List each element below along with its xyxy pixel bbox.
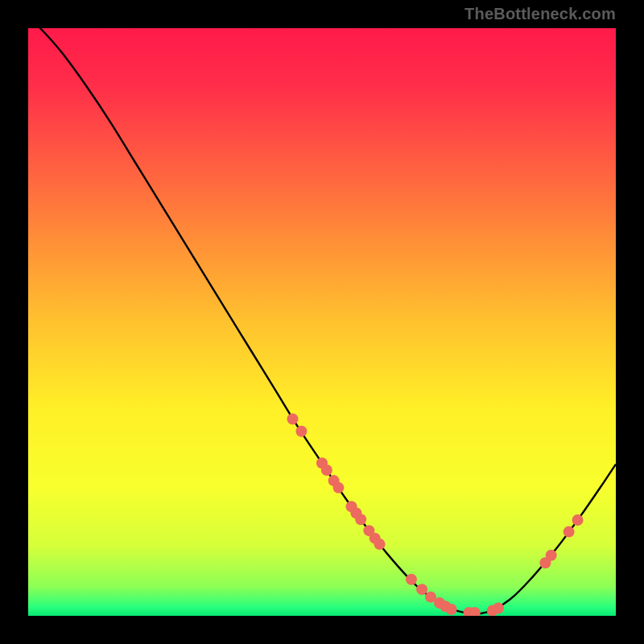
data-point <box>572 514 584 526</box>
data-point <box>564 526 575 538</box>
data-point <box>374 539 386 550</box>
data-point <box>406 574 417 585</box>
chart-svg <box>28 28 616 616</box>
data-point <box>446 604 457 615</box>
chart-frame: TheBottleneck.com <box>0 0 644 644</box>
data-point <box>321 464 332 476</box>
data-point <box>355 514 366 525</box>
data-point <box>546 550 557 561</box>
data-point <box>295 426 307 437</box>
data-point <box>493 603 504 614</box>
attribution-text: TheBottleneck.com <box>464 5 616 23</box>
data-point <box>287 413 299 424</box>
data-point <box>332 482 344 493</box>
data-point <box>416 584 427 595</box>
plot-area <box>28 28 616 616</box>
gradient-background <box>28 28 616 616</box>
